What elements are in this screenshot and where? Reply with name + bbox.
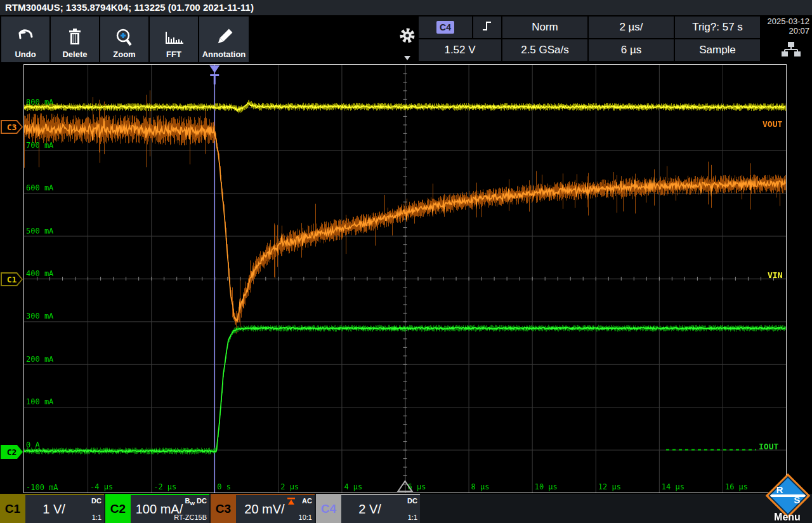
horizontal-position-cell[interactable]: 6 µs — [589, 39, 674, 61]
zoom-label: Zoom — [113, 50, 135, 59]
c3-probe-ratio: 10:1 — [299, 513, 312, 521]
c4-coupling: DC — [407, 497, 417, 505]
undo-icon — [15, 28, 36, 47]
undo-button[interactable]: Undo — [1, 17, 49, 62]
datetime-panel: 2025-03-12 20:07 — [763, 17, 809, 62]
fft-button[interactable]: FFT — [150, 17, 198, 62]
magnifier-plus-icon — [114, 28, 135, 47]
rising-edge-icon — [481, 20, 494, 36]
network-icon — [782, 42, 801, 59]
annotation-vout: VOUT — [763, 119, 782, 129]
menu-label: Menu — [763, 512, 811, 523]
chevron-down-icon — [404, 56, 410, 60]
c3-coupling: AC — [302, 497, 312, 505]
c1-badge: C1 — [0, 494, 25, 523]
logo-letter-r: R — [776, 484, 783, 495]
channel-c1[interactable]: C1 1 V/ DC 1:1 — [0, 494, 104, 523]
window-title: RTM3004US; 1335.8794K04; 113225 (01.700 … — [0, 0, 812, 15]
trigger-slope-cell[interactable] — [473, 17, 501, 38]
channel-flag-c3[interactable]: C3 — [1, 120, 23, 134]
graticule[interactable]: VOUT VIN IOUT — [23, 64, 787, 493]
c3-badge: C3 — [211, 494, 236, 523]
trigger-source-cell[interactable]: C4 — [419, 17, 472, 38]
gear-icon — [398, 27, 416, 47]
channel-flag-c1[interactable]: C1 — [1, 272, 23, 286]
undo-label: Undo — [15, 50, 36, 59]
c2-bandwidth-coupling: BW DC — [185, 497, 207, 506]
channel-c3[interactable]: C3 20 mV/ AC 10:1 — [211, 494, 315, 523]
acquisition-mode-cell[interactable]: Sample — [675, 39, 760, 61]
trigger-mode-cell[interactable]: Norm — [502, 17, 587, 38]
trash-icon — [64, 28, 86, 47]
menu-button[interactable]: R S Menu — [763, 479, 811, 523]
c2-probe-name: RT-ZC15B — [174, 513, 207, 521]
annotation-button[interactable]: Annotation — [199, 17, 249, 62]
trigger-level-icon — [287, 496, 296, 508]
c1-probe-ratio: 1:1 — [92, 513, 102, 521]
channel-flag-c2[interactable]: C2 — [1, 445, 23, 459]
channel-bar: C1 1 V/ DC 1:1 C2 100 mA/ BW DC RT-ZC15B… — [0, 494, 812, 523]
delete-label: Delete — [62, 50, 87, 59]
c3-scale: 20 mV/ — [236, 495, 293, 523]
c4-badge: C4 — [316, 494, 341, 523]
settings-button[interactable] — [397, 17, 417, 62]
trigger-level-cell[interactable]: 1.52 V — [419, 39, 501, 61]
c1-scale: 1 V/ — [25, 495, 82, 523]
zoom-button[interactable]: Zoom — [100, 17, 148, 62]
trigger-status-cell: Trig?: 57 s — [675, 17, 760, 38]
annotation-vin: VIN — [768, 270, 782, 280]
spectrum-icon — [162, 28, 186, 47]
timebase-cell[interactable]: 2 µs/ — [589, 17, 674, 38]
c1-coupling: DC — [91, 497, 102, 505]
channel-c2[interactable]: C2 100 mA/ BW DC RT-ZC15B — [105, 494, 209, 523]
annotation-label: Annotation — [202, 50, 246, 59]
date-label: 2025-03-12 — [763, 17, 809, 26]
trigger-source-badge: C4 — [436, 21, 454, 34]
c4-scale: 2 V/ — [341, 495, 398, 523]
sample-rate-cell: 2.5 GSa/s — [502, 39, 587, 61]
pencil-icon — [213, 28, 235, 47]
c2-badge: C2 — [105, 494, 131, 523]
time-label: 20:07 — [763, 26, 809, 36]
channel-c4[interactable]: C4 2 V/ DC 1:1 — [316, 494, 420, 523]
waveform-canvas[interactable] — [24, 65, 786, 493]
annotation-iout: IOUT — [759, 442, 778, 451]
fft-label: FFT — [166, 50, 181, 59]
delete-button[interactable]: Delete — [51, 17, 99, 62]
c4-probe-ratio: 1:1 — [408, 513, 417, 521]
logo-letter-s: S — [794, 494, 800, 505]
